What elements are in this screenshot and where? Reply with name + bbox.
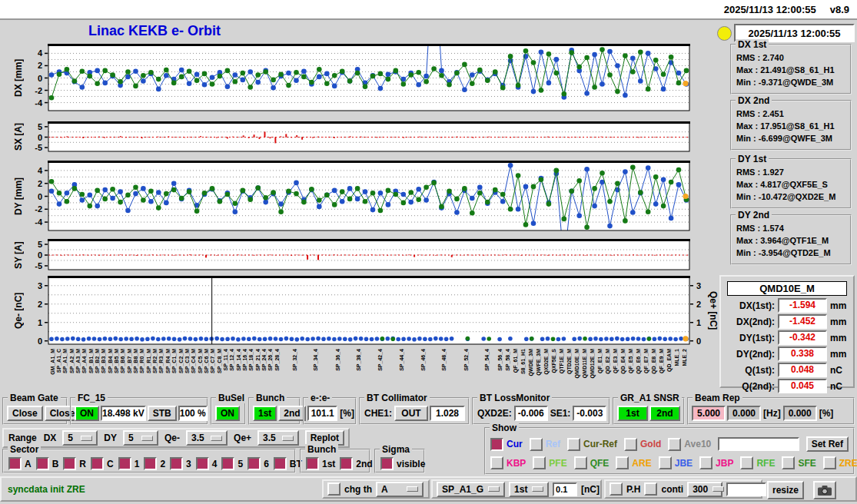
- monitor-row-unit: mm: [830, 333, 847, 343]
- ref-file-input[interactable]: [718, 437, 799, 451]
- beam-rep-pct-unit: [%]: [819, 408, 835, 419]
- sector-checkbox-bt[interactable]: BT: [274, 457, 302, 470]
- range-dy-dropdown[interactable]: 5: [123, 430, 158, 446]
- x-axis-label: S8_61_H1: [520, 349, 526, 374]
- group-label: BT LossMonitor: [477, 393, 552, 403]
- show-checkbox-pfe[interactable]: PFE: [533, 456, 566, 469]
- show-checkbox-rfe[interactable]: RFE: [740, 456, 775, 469]
- range-label: Range: [8, 433, 38, 443]
- group-gr-a1-snsr: GR_A1 SNSR1st2nd: [613, 397, 685, 425]
- count-dropdown[interactable]: 300: [687, 482, 722, 497]
- sector-checkbox-1[interactable]: 1: [118, 457, 140, 470]
- x-axis-label: SP_21_4: [255, 349, 261, 371]
- replot-button[interactable]: Replot: [305, 430, 344, 446]
- bunch-1st-button[interactable]: 1st: [253, 406, 277, 421]
- show-checkbox-kbp[interactable]: KBP: [490, 456, 526, 469]
- th-channel-dropdown[interactable]: A: [376, 482, 424, 497]
- show-checkbox-are[interactable]: ARE: [616, 456, 651, 469]
- sector-checkbox-4[interactable]: 4: [196, 457, 218, 470]
- gr-a1-1st-button[interactable]: 1st: [617, 406, 648, 421]
- group-label: Sector: [8, 444, 41, 455]
- beam-rep-hz-field: 0.000: [727, 406, 761, 421]
- monitor-row-label: DY(1st):: [739, 333, 775, 343]
- stats-line: Max : 3.964@QTF1E_M: [732, 234, 850, 247]
- monitor-row-value: -1.452: [778, 314, 827, 329]
- dy-chart: 420-2-4: [28, 161, 722, 232]
- checkbox-label: Cur: [507, 439, 523, 449]
- chg-th-checkbox[interactable]: [327, 482, 340, 496]
- busel-on-button[interactable]: ON: [215, 406, 240, 421]
- show-checkbox-gold[interactable]: Gold: [624, 438, 661, 451]
- show-checkbox-jbe[interactable]: JBE: [659, 456, 693, 469]
- acquisition-panel: P.H conti 300: [604, 479, 762, 499]
- show-checkbox-qfe[interactable]: QFE: [574, 456, 610, 469]
- show-checkbox-cur[interactable]: Cur: [490, 438, 523, 451]
- x-axis-label: SP_C2_M: [178, 349, 184, 373]
- show-checkbox-zre[interactable]: ZRE: [823, 456, 857, 469]
- group-sigma-filter: Sigmavisible: [374, 449, 425, 473]
- extra-input[interactable]: [726, 482, 766, 496]
- stats-group-title: DY 1st: [736, 154, 769, 164]
- range-dx-dropdown[interactable]: 5: [62, 430, 98, 446]
- gr-a1-2nd-button[interactable]: 2nd: [649, 406, 680, 421]
- x-axis-label: SP_34_4: [313, 349, 318, 371]
- monitor-row-dy-1st: DY(1st):-0.342mm: [721, 330, 847, 345]
- dx-chart: 420-2-4: [28, 44, 722, 112]
- x-axis-label: MLE_2: [682, 349, 687, 366]
- sector-checkbox-c[interactable]: C: [91, 457, 114, 470]
- monitor-row-label: Q(1st):: [745, 365, 775, 376]
- camera-button[interactable]: [813, 481, 836, 499]
- checkbox-label: Gold: [640, 439, 661, 449]
- checkbox-indicator: [659, 456, 672, 469]
- checkbox-indicator: [782, 456, 795, 469]
- x-axis-label: GM_A1_M: [50, 349, 55, 375]
- svg-text:2: 2: [38, 61, 42, 70]
- stats-group-title: DX 1st: [736, 39, 769, 50]
- sector-checkbox-2[interactable]: 2: [144, 457, 165, 470]
- fc15-stb-button[interactable]: STB: [148, 406, 177, 421]
- show-checkbox-ave10[interactable]: Ave10: [668, 438, 711, 451]
- checkbox-indicator: [118, 457, 131, 470]
- group-e-e: e-:e-101.1[%]: [303, 397, 357, 425]
- checkbox-indicator: [8, 457, 22, 470]
- range-qe-minus-label: Qe-: [164, 433, 181, 443]
- sector-checkbox-a[interactable]: A: [8, 457, 32, 470]
- x-axis-label: SP_R3_M: [158, 349, 164, 373]
- range-qe-minus-dropdown[interactable]: 3.5: [186, 430, 228, 446]
- svg-text:3: 3: [696, 281, 701, 290]
- che1-out-button[interactable]: OUT: [394, 406, 428, 421]
- x-axis-label: SP_C5_M: [198, 349, 203, 373]
- x-axis-label: SP_R0_M: [139, 349, 144, 373]
- x-axis-label: QF_E7_M: [643, 349, 649, 373]
- bunch-checkbox-1st[interactable]: 1st: [306, 457, 335, 470]
- range-qe-plus-dropdown[interactable]: 3.5: [257, 430, 299, 446]
- show-checkbox-sfe[interactable]: SFE: [782, 456, 815, 469]
- show-checkbox-jbp[interactable]: JBP: [699, 456, 733, 469]
- sector-checkbox-r[interactable]: R: [63, 457, 86, 470]
- group-label: Beam Rep: [693, 393, 742, 403]
- resize-button[interactable]: resize: [767, 481, 804, 499]
- sector-checkbox-b[interactable]: B: [36, 457, 59, 470]
- show-checkbox-cur-ref[interactable]: Cur-Ref: [567, 438, 617, 451]
- fc15-on-button[interactable]: ON: [75, 406, 99, 421]
- checkbox-label: 3: [186, 459, 191, 469]
- sigma-checkbox-visible[interactable]: visible: [380, 457, 425, 470]
- sy-chart: 50-5: [28, 239, 722, 271]
- sector-checkbox-3[interactable]: 3: [170, 457, 191, 470]
- sp-select-dropdown[interactable]: SP_A1_G: [437, 482, 505, 497]
- sector-checkbox-5[interactable]: 5: [221, 457, 243, 470]
- bpm-monitor-title: QMD10E_M: [727, 281, 847, 296]
- bunch-2nd-button[interactable]: 2nd: [278, 406, 305, 421]
- set-ref-button[interactable]: Set Ref: [806, 436, 849, 452]
- x-axis-label: SP_B6_M: [120, 349, 125, 373]
- show-checkbox-ref[interactable]: Ref: [530, 438, 560, 451]
- dy-axis-title: DY [mm]: [11, 161, 26, 232]
- threshold-input[interactable]: [553, 482, 577, 496]
- svg-text:0: 0: [696, 337, 701, 346]
- ph-checkbox[interactable]: [610, 482, 623, 496]
- sector-checkbox-6[interactable]: 6: [247, 457, 269, 470]
- bunch-select-dropdown[interactable]: 1st: [509, 482, 549, 497]
- bunch-checkbox-2nd[interactable]: 2nd: [340, 457, 372, 470]
- conti-checkbox[interactable]: [644, 482, 657, 496]
- beam-gate-close-button-1[interactable]: Close: [7, 406, 43, 421]
